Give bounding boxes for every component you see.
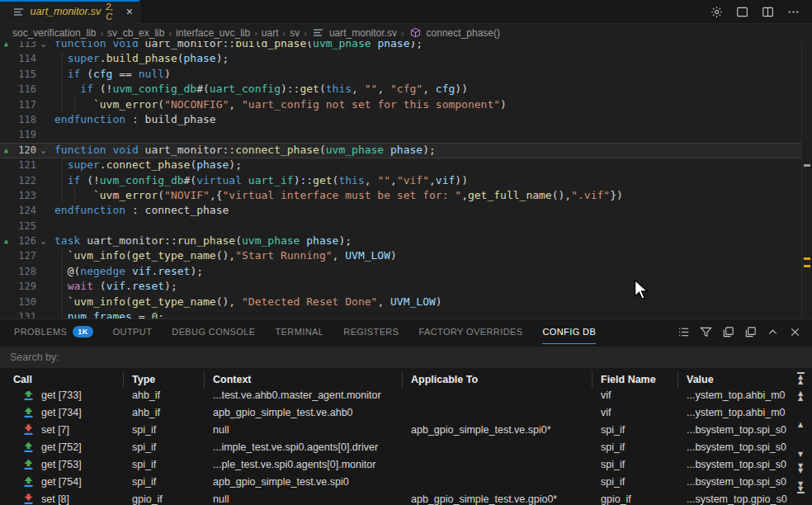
table-row[interactable]: get [734]ahb_ifapb_gpio_simple_test.ve.a…: [0, 404, 794, 421]
cell-type: spi_if: [124, 441, 205, 453]
code-line-124[interactable]: 124endfunction : connect_phase: [0, 203, 802, 218]
layout-icon[interactable]: [734, 4, 749, 19]
split-editor-icon[interactable]: [760, 4, 775, 19]
code-line-128[interactable]: 128 @(negedge vif.reset);: [0, 264, 802, 279]
panel-tab-config-db[interactable]: CONFIG DB: [542, 319, 596, 344]
breadcrumb-item-label: interface_uvc_lib: [176, 27, 250, 39]
code-line-122[interactable]: 122 if (!uvm_config_db#(virtual uart_if)…: [0, 173, 802, 188]
code-line-115[interactable]: 115 if (cfg == null): [0, 67, 802, 82]
code-line-123[interactable]: 123 `uvm_error("NOVIF",{"virtual interfa…: [0, 188, 802, 203]
breadcrumb-item[interactable]: sv_cb_ex_lib: [107, 27, 164, 39]
page-up-icon[interactable]: ▲▲: [794, 391, 807, 400]
panel-tab-debug-console[interactable]: DEBUG CONSOLE: [172, 319, 255, 344]
code-text: [53, 219, 802, 234]
code-line-131[interactable]: 131 num_frames = 0;: [0, 309, 802, 319]
panel-tab-registers[interactable]: REGISTERS: [343, 319, 399, 344]
close-tab-icon[interactable]: ×: [126, 6, 133, 17]
cell-value: ...bsystem_top.spi_s0: [678, 424, 794, 436]
indent-guide: [62, 264, 63, 279]
breadcrumb-item[interactable]: sv: [290, 27, 300, 39]
fold-chevron-icon[interactable]: ⌄: [36, 41, 50, 51]
get-icon: [23, 407, 34, 418]
column-header-context[interactable]: Context: [205, 371, 403, 388]
code-line-114[interactable]: 114 super.build_phase(phase);: [0, 51, 802, 66]
cell-value: ...bsystem_top.spi_s0: [678, 459, 794, 470]
breadcrumb-item[interactable]: soc_verification_lib: [12, 27, 96, 39]
table-row[interactable]: get [752]spi_if...imple_test.ve.spi0.age…: [0, 438, 794, 455]
indent-guide: [62, 97, 63, 112]
editor-tab-uart-monitor[interactable]: uart_monitor.sv 2, C ×: [0, 0, 140, 23]
table-row[interactable]: get [754]spi_ifapb_gpio_simple_test.ve.s…: [0, 473, 794, 490]
line-number: 130: [12, 295, 36, 309]
column-header-field-name[interactable]: Field Name: [592, 371, 678, 388]
code-editor[interactable]: ▲113⌄function void uart_monitor::build_p…: [0, 41, 812, 319]
scroll-to-top-icon[interactable]: ▲▲: [794, 371, 807, 384]
column-header-value[interactable]: Value: [678, 371, 794, 388]
code-line-120[interactable]: ▲120⌄function void uart_monitor::connect…: [0, 143, 802, 158]
code-line-130[interactable]: 130 `uvm_info(get_type_name(), "Detected…: [0, 295, 802, 309]
cell-field-name: spi_if: [592, 476, 678, 488]
code-text: endfunction : build_phase: [53, 112, 802, 127]
breadcrumb-item[interactable]: interface_uvc_lib: [176, 27, 250, 39]
indent-guide: [62, 158, 63, 172]
table-row[interactable]: get [733]ahb_if...test.ve.ahb0.master_ag…: [0, 391, 794, 404]
column-header-applicable-to[interactable]: Applicable To: [403, 371, 592, 388]
code-line-119[interactable]: 119: [0, 127, 802, 142]
code-line-116[interactable]: 116 if (!uvm_config_db#(uart_config)::ge…: [0, 82, 802, 97]
scroll-to-bottom-icon[interactable]: ▼▼: [794, 482, 807, 494]
duplicate-icon[interactable]: [743, 324, 758, 339]
panel-tab-factory-overrides[interactable]: FACTORY OVERRIDES: [418, 319, 522, 344]
code-line-125[interactable]: 125: [0, 219, 802, 234]
panel-tab-label: REGISTERS: [343, 327, 399, 337]
column-header-call[interactable]: Call: [0, 371, 124, 388]
panel-tab-problems[interactable]: PROBLEMS1K: [14, 319, 93, 344]
line-number: 123: [12, 188, 36, 203]
breadcrumb-item-label: connect_phase(): [427, 27, 500, 39]
code-line-113[interactable]: ▲113⌄function void uart_monitor::build_p…: [0, 41, 802, 51]
settings-icon[interactable]: [709, 4, 724, 19]
column-header-type[interactable]: Type: [124, 371, 205, 388]
view-as-list-icon[interactable]: [676, 324, 691, 339]
indent-guide: [74, 97, 75, 112]
editor-tab-bar: uart_monitor.sv 2, C ×: [0, 0, 812, 24]
more-icon[interactable]: [786, 4, 800, 19]
close-panel-icon[interactable]: [787, 324, 802, 339]
panel-tab-terminal[interactable]: TERMINAL: [275, 319, 323, 344]
code-line-121[interactable]: 121 super.connect_phase(phase);: [0, 158, 802, 172]
breadcrumb-separator: ›: [254, 28, 257, 38]
indent-guide: [62, 173, 63, 188]
table-row[interactable]: set [7]spi_ifnullapb_gpio_simple_test.ve…: [0, 421, 794, 438]
breadcrumb-separator: ›: [168, 28, 172, 38]
line-down-icon[interactable]: ▼: [794, 452, 807, 457]
line-up-icon[interactable]: ▲: [794, 422, 807, 427]
overview-ruler[interactable]: [801, 41, 812, 319]
table-row[interactable]: set [8]gpio_ifnullapb_gpio_simple_test.v…: [0, 490, 794, 505]
table-body: get [733]ahb_if...test.ve.ahb0.master_ag…: [0, 391, 794, 505]
page-down-icon[interactable]: ▼▼: [794, 464, 807, 473]
code-line-126[interactable]: ▲126⌄task uart_monitor::run_phase(uvm_ph…: [0, 234, 802, 248]
indent-guide: [62, 279, 63, 294]
code-text: endfunction : connect_phase: [53, 203, 802, 218]
cell-field-name: spi_if: [592, 459, 678, 470]
code-text: super.connect_phase(phase);: [53, 158, 802, 172]
breadcrumb-item[interactable]: connect_phase(): [408, 26, 500, 40]
panel-tab-label: OUTPUT: [113, 327, 153, 337]
fold-chevron-icon[interactable]: ⌄: [36, 234, 50, 248]
fold-chevron-icon[interactable]: ⌄: [36, 143, 50, 158]
breadcrumb-item-label: uart_monitor.sv: [329, 27, 397, 39]
code-line-117[interactable]: 117 `uvm_error("NOCONFIG", "uart_config …: [0, 97, 802, 112]
panel-tab-output[interactable]: OUTPUT: [113, 319, 153, 344]
panel-tab-label: CONFIG DB: [542, 327, 596, 337]
open-in-editor-icon[interactable]: [720, 324, 735, 339]
table-row[interactable]: get [753]spi_if...ple_test.ve.spi0.agent…: [0, 455, 794, 473]
code-line-118[interactable]: 118endfunction : build_phase: [0, 112, 802, 127]
code-line-127[interactable]: 127 `uvm_info(get_type_name(),"Start Run…: [0, 248, 802, 263]
search-input[interactable]: [0, 351, 812, 364]
breadcrumb-item[interactable]: uart_monitor.sv: [311, 26, 397, 40]
cell-context: ...ple_test.ve.spi0.agents[0].monitor: [205, 459, 403, 470]
code-line-129[interactable]: 129 wait (vif.reset);: [0, 279, 802, 294]
maximize-panel-icon[interactable]: [765, 324, 780, 339]
breadcrumb-item[interactable]: uart: [262, 27, 279, 39]
filter-icon[interactable]: [698, 324, 713, 339]
vscode-window: uart_monitor.sv 2, C × soc_verification_…: [0, 0, 812, 505]
